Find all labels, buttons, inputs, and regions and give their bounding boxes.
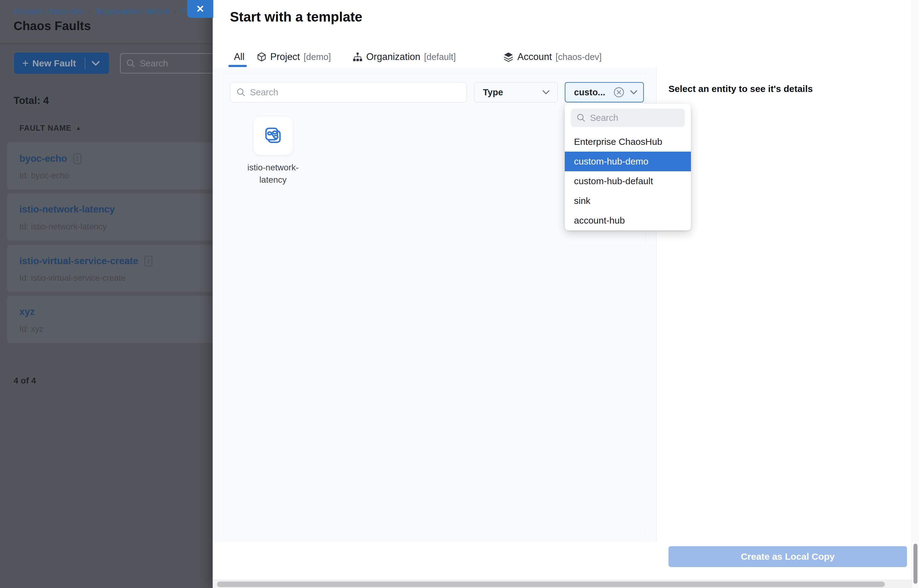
chevron-down-icon [542,90,550,95]
close-icon: ✕ [196,3,204,15]
template-card-istio-network-latency[interactable] [253,116,293,155]
tab-organization[interactable]: Organization [default] [353,49,456,65]
tab-label: Organization [366,52,420,63]
page-title: Chaos Faults [13,19,91,33]
page-header: Account: chaos-dev › Organization: defau… [0,0,213,44]
hub-option-custom-hub-demo[interactable]: custom-hub-demo [565,152,691,171]
active-tab-indicator [229,65,247,67]
type-filter-dropdown[interactable]: Type [474,82,558,102]
drawer-title: Start with a template [230,9,362,24]
total-count: Total: 4 [13,95,49,107]
table-row[interactable]: istio-network-latency Id: istio-network-… [7,194,213,241]
vertical-scrollbar-thumb[interactable] [914,544,917,584]
tab-scope: [chaos-dev] [556,52,602,62]
column-label: FAULT NAME [19,124,71,132]
tab-label: Account [517,52,552,63]
hub-filter-dropdown[interactable]: custo... [565,82,644,102]
breadcrumb: Account: chaos-dev › Organization: defau… [13,7,186,16]
template-icon [263,126,284,146]
tab-scope: [default] [424,52,456,62]
breadcrumb-organization-link[interactable]: Organization: default [95,7,169,16]
fault-name-link[interactable]: xyz [19,306,35,317]
new-fault-label: New Fault [32,58,76,69]
hub-option-account-hub[interactable]: account-hub [565,211,691,230]
hub-option-sink[interactable]: sink [565,191,691,211]
chaos-faults-page: Account: chaos-dev › Organization: defau… [0,0,213,588]
layers-icon [503,52,514,62]
details-empty-message: Select an entity to see it's details [668,84,813,94]
tab-project[interactable]: Project [demo] [257,49,331,65]
tab-account[interactable]: Account [chaos-dev] [503,49,602,65]
vertical-scrollbar[interactable] [912,0,919,588]
start-with-template-drawer: Start with a template All Project [demo]… [213,0,919,588]
search-icon [237,88,246,97]
hub-option-enterprise-chaoshub[interactable]: Enterprise ChaosHub [565,132,691,152]
horizontal-scrollbar-thumb[interactable] [217,582,885,587]
fault-id: Id: istio-virtual-service-create [19,273,126,283]
sort-ascending-icon: ▲ [76,125,81,131]
pagination-summary: 4 of 4 [13,376,36,386]
button-divider [84,57,85,69]
breadcrumb-separator: › [88,7,91,16]
close-drawer-button[interactable]: ✕ [187,0,213,18]
tab-all[interactable]: All [234,49,245,65]
hub-filter-value: custo... [574,87,613,97]
template-search-box [230,82,467,102]
faults-search-input[interactable] [140,58,207,69]
fault-id: Id: byoc-echo [19,171,69,181]
search-icon [577,113,586,123]
template-card-label: istio-network-latency [235,162,311,186]
faults-search-box [120,53,213,73]
fault-id: Id: istio-network-latency [19,222,107,231]
hub-dropdown-menu: Enterprise ChaosHub custom-hub-demo cust… [565,103,691,230]
type-filter-label: Type [483,87,503,97]
chevron-down-icon[interactable] [91,61,100,66]
table-row[interactable]: byoc-echo Id: byoc-echo [7,142,213,189]
fault-name-link[interactable]: istio-virtual-service-create [19,255,138,267]
fault-name-column-header[interactable]: FAULT NAME ▲ [19,124,81,132]
clear-filter-icon[interactable] [613,86,625,98]
template-search-input[interactable] [250,87,434,97]
fault-id: Id: xyz [19,325,44,334]
document-icon [73,153,82,165]
plus-icon: + [22,57,29,70]
hub-option-custom-hub-default[interactable]: custom-hub-default [565,171,691,191]
table-row[interactable]: istio-virtual-service-create Id: istio-v… [7,245,213,292]
table-row[interactable]: xyz Id: xyz [7,296,213,343]
tab-label: Project [270,52,300,63]
org-chart-icon [353,52,363,62]
document-icon [144,255,153,267]
tab-label: All [234,52,245,63]
breadcrumb-project-link[interactable]: P [180,7,186,16]
fault-name-link[interactable]: byoc-echo [19,153,67,164]
new-fault-button[interactable]: + New Fault [14,53,109,74]
app-root: Account: chaos-dev › Organization: defau… [0,0,919,588]
fault-name-link[interactable]: istio-network-latency [19,204,115,215]
breadcrumb-separator: › [173,7,176,16]
cube-icon [257,52,266,62]
search-icon [126,59,135,68]
create-as-local-copy-button[interactable]: Create as Local Copy [668,546,907,567]
hub-menu-search-box [571,108,685,127]
breadcrumb-account-link[interactable]: Account: chaos-dev [13,7,84,16]
horizontal-scrollbar[interactable] [213,580,912,588]
hub-menu-search-input[interactable] [590,113,670,123]
tab-scope: [demo] [303,52,331,62]
chevron-down-icon [630,90,638,95]
